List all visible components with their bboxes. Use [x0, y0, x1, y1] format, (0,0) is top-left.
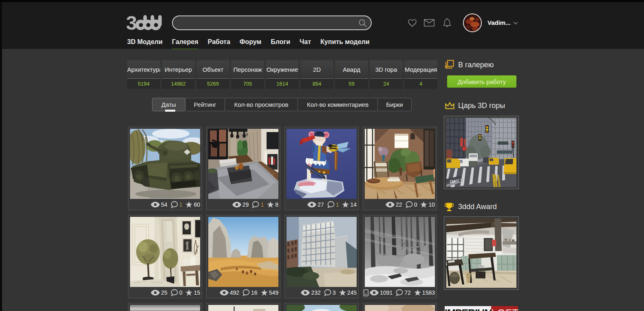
svg-text:3: 3: [127, 15, 137, 31]
